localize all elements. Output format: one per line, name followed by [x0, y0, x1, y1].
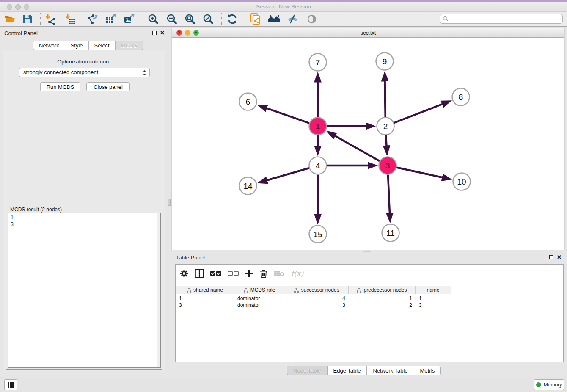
control-panel-close-icon[interactable]: ✕	[160, 30, 165, 36]
column-header-shared-name[interactable]: shared name	[176, 286, 234, 294]
new-network-from-selection-icon[interactable]	[248, 13, 263, 25]
table-panel-close-icon[interactable]: ✕	[557, 254, 561, 261]
export-table-icon[interactable]	[104, 13, 118, 25]
graph-node-label-9: 9	[383, 57, 387, 66]
table-row[interactable]: 3 dominator 3 2 3	[176, 302, 451, 309]
optimization-criterion-label: Optimization criterion:	[3, 58, 165, 65]
splitter-grip[interactable]	[168, 199, 171, 206]
zoom-out-icon[interactable]	[165, 13, 179, 25]
criterion-select[interactable]: strongly connected component	[19, 68, 150, 77]
close-panel-button[interactable]: Close panel	[86, 82, 130, 91]
export-image-icon[interactable]	[122, 13, 137, 25]
result-line: 3	[11, 221, 160, 228]
column-settings-icon[interactable]	[180, 268, 188, 279]
column-header-successor-nodes[interactable]: successor nodes	[285, 286, 349, 294]
delete-column-icon[interactable]	[260, 268, 267, 279]
split-panel-icon[interactable]	[195, 268, 204, 279]
graph-node-label-14: 14	[243, 182, 253, 190]
cell-name[interactable]: 3	[416, 302, 451, 309]
unselect-all-columns-icon[interactable]	[228, 268, 239, 279]
tab-network[interactable]: Network	[33, 41, 65, 50]
import-table-icon[interactable]	[63, 13, 77, 25]
tab-style[interactable]: Style	[65, 41, 89, 50]
network-canvas[interactable]: 7968124314101511	[172, 38, 564, 250]
graph-edge-4-14[interactable]	[260, 168, 309, 182]
first-neighbors-icon[interactable]	[267, 13, 281, 25]
save-session-icon[interactable]	[20, 13, 35, 25]
task-history-button[interactable]	[4, 379, 17, 390]
mcds-result-title: MCDS result (2 nodes)	[9, 207, 63, 213]
tab-mcds[interactable]: MCDS	[116, 41, 143, 50]
graph-node-label-7: 7	[316, 58, 320, 67]
graph-edge-2-9[interactable]	[385, 74, 385, 117]
mcds-result-group: MCDS result (2 nodes) 1 3	[6, 210, 162, 370]
tab-select[interactable]: Select	[89, 41, 116, 50]
network-window-titlebar[interactable]: ✕ – + scc.txt	[172, 28, 564, 38]
add-column-icon[interactable]	[245, 268, 253, 279]
tab-motifs[interactable]: Motifs	[414, 366, 441, 375]
open-session-icon[interactable]	[3, 13, 17, 25]
result-scrollbar[interactable]	[157, 213, 160, 367]
graph-edge-2-3[interactable]	[386, 135, 387, 153]
result-line: 1	[11, 214, 160, 221]
function-builder-icon[interactable]: f(x)	[291, 268, 303, 279]
cell-mcds-role[interactable]: dominator	[234, 295, 285, 302]
graph-node-label-1: 1	[316, 122, 320, 131]
zoom-in-icon[interactable]	[146, 13, 160, 25]
node-table-container: f(x) shared name MCDS role successor nod…	[175, 264, 564, 362]
vertical-splitter[interactable]	[167, 28, 172, 374]
select-all-columns-icon[interactable]	[210, 268, 221, 279]
column-header-predecessor-nodes[interactable]: predecessor nodes	[349, 286, 416, 294]
cell-name[interactable]: 1	[416, 295, 451, 302]
delete-table-icon[interactable]	[274, 268, 285, 279]
tab-node-table[interactable]: Node Table	[287, 366, 328, 375]
column-header-name[interactable]: name	[416, 286, 451, 294]
apply-preferred-layout-icon[interactable]	[225, 13, 239, 25]
memory-button[interactable]: Memory	[534, 379, 564, 390]
network-minimize-button[interactable]: –	[185, 30, 190, 36]
control-panel-float-icon[interactable]	[152, 31, 157, 35]
search-input[interactable]	[449, 14, 562, 23]
network-close-button[interactable]: ✕	[176, 30, 182, 36]
tab-edge-table[interactable]: Edge Table	[328, 366, 367, 375]
cell-predecessor-nodes[interactable]: 1	[349, 295, 416, 302]
cell-shared-name[interactable]: 1	[176, 295, 234, 302]
import-network-icon[interactable]	[43, 13, 58, 25]
cell-predecessor-nodes[interactable]: 2	[349, 302, 416, 309]
list-icon	[8, 382, 14, 388]
app-close-button[interactable]	[7, 4, 12, 10]
table-panel-header: Table Panel ✕	[172, 252, 567, 263]
mcds-result-text[interactable]: 1 3	[8, 213, 161, 368]
network-window: ✕ – + scc.txt 7968124314101511	[172, 28, 564, 250]
zoom-selected-icon[interactable]	[201, 13, 215, 25]
tab-network-table[interactable]: Network Table	[367, 366, 414, 375]
mcds-panel: Optimization criterion: strongly connect…	[3, 50, 165, 371]
app-maximize-button[interactable]	[24, 4, 29, 10]
export-network-icon[interactable]	[85, 13, 100, 25]
graph-edge-2-8[interactable]	[394, 102, 449, 123]
run-mcds-button[interactable]: Run MCDS	[40, 82, 80, 91]
table-panel-float-icon[interactable]	[549, 255, 553, 259]
zoom-fit-icon[interactable]	[183, 13, 197, 25]
graph-edge-3-10[interactable]	[396, 168, 449, 179]
attribute-icon	[187, 288, 191, 293]
status-bar: Memory	[0, 377, 567, 392]
app-minimize-button[interactable]	[15, 4, 21, 10]
hide-selection-icon[interactable]	[286, 13, 300, 25]
graph-edge-3-1[interactable]	[329, 132, 380, 161]
graph-edge-3-11[interactable]	[388, 174, 390, 220]
cell-successor-nodes[interactable]: 4	[285, 295, 349, 302]
network-maximize-button[interactable]: +	[193, 30, 199, 36]
cell-mcds-role[interactable]: dominator	[234, 302, 285, 309]
criterion-select-value: strongly connected component	[23, 69, 98, 75]
show-all-icon[interactable]	[305, 13, 319, 25]
cell-successor-nodes[interactable]: 3	[285, 302, 349, 309]
table-row[interactable]: 1 dominator 4 1 1	[176, 295, 451, 302]
network-window-title: scc.txt	[172, 28, 564, 38]
column-header-mcds-role[interactable]: MCDS role	[234, 286, 285, 294]
attribute-icon	[357, 288, 361, 293]
cell-shared-name[interactable]: 3	[176, 302, 234, 309]
table-panel-title: Table Panel	[176, 254, 205, 261]
graph-node-label-6: 6	[246, 97, 250, 106]
graph-edge-1-6[interactable]	[260, 106, 309, 123]
